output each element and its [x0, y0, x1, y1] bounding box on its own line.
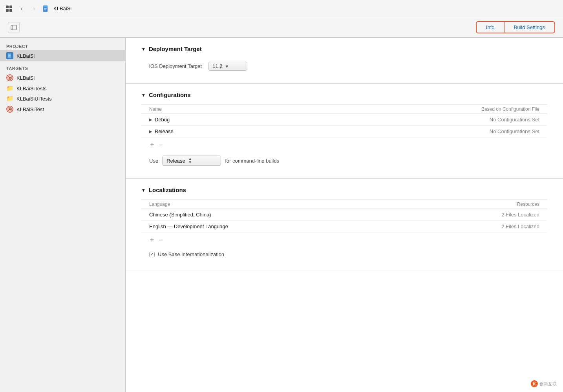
tab-build-settings[interactable]: Build Settings [504, 22, 555, 33]
folder-icon-2: 📁 [6, 95, 13, 102]
config-value-release: No Configurations Set [453, 128, 539, 134]
config-selected-value: Release [166, 158, 185, 164]
deploy-row: iOS Deployment Target 11.2 ▼ [141, 59, 547, 74]
col-value-label: Based on Configuration File [453, 106, 539, 112]
base-internationalization-row: ✓ Use Base Internationalization [141, 247, 547, 261]
watermark-text: 创新互联 [539, 381, 557, 387]
tab-info[interactable]: Info [477, 22, 504, 33]
configurations-section: ▼ Configurations Name Based on Configura… [126, 84, 563, 179]
sidebar-item-target-1[interactable]: 📁 KLBaiSiTests [0, 83, 125, 93]
use-config-row: Use Release ▲ ▼ for command-line builds [141, 152, 547, 169]
forward-button[interactable]: › [30, 4, 38, 13]
watermark-logo: K [531, 380, 538, 387]
col-name-label: Name [149, 106, 453, 112]
config-add-remove-row: + − [141, 137, 547, 152]
folder-icon-1: 📁 [6, 85, 13, 92]
configurations-header: ▼ Configurations [141, 92, 547, 98]
svg-rect-8 [11, 25, 16, 30]
target-icon-0 [6, 74, 13, 81]
svg-rect-1 [9, 5, 12, 8]
base-internationalization-label: Use Base Internationalization [158, 251, 224, 257]
project-section-label: PROJECT [0, 42, 125, 50]
localizations-section: ▼ Localizations Language Resources Chine… [126, 179, 563, 271]
select-arrow-icon: ▼ [225, 64, 229, 69]
inspector-panel-button[interactable] [8, 22, 20, 33]
loc-res-1: 2 Files Localized [469, 223, 539, 229]
tab-group: Info Build Settings [476, 21, 555, 33]
deployment-triangle[interactable]: ▼ [141, 47, 146, 51]
deployment-target-title: Deployment Target [149, 46, 202, 52]
loc-col-res-label: Resources [469, 201, 539, 207]
configurations-triangle[interactable]: ▼ [141, 93, 146, 97]
loc-add-remove-row: + − [141, 233, 547, 247]
config-row-release[interactable]: ▶ Release No Configurations Set [141, 126, 547, 137]
loc-lang-1: English — Development Language [149, 223, 469, 229]
ios-version-value: 11.2 [212, 63, 222, 69]
for-builds-label: for command-line builds [225, 158, 279, 164]
svg-point-16 [9, 77, 11, 79]
toolbar: Info Build Settings [0, 17, 563, 38]
debug-expand-icon: ▶ [149, 117, 152, 122]
loc-col-lang-label: Language [149, 201, 469, 207]
ios-deployment-label: iOS Deployment Target [149, 63, 202, 69]
loc-remove-button[interactable]: − [158, 236, 164, 244]
localizations-title: Localizations [149, 187, 186, 193]
loc-res-0: 2 Files Localized [469, 212, 539, 218]
title-bar: ‹ › KLBaiSi [0, 0, 563, 17]
config-add-button[interactable]: + [149, 141, 155, 148]
sidebar-target-text-3: KLBaiSiTest [16, 106, 44, 112]
loc-table-header: Language Resources [141, 200, 547, 209]
title-bar-title: KLBaiSi [53, 5, 71, 11]
sidebar-item-text-project: KLBaiSi [16, 53, 35, 59]
svg-rect-0 [6, 5, 9, 8]
back-button[interactable]: ‹ [17, 4, 26, 13]
config-name-debug: Debug [155, 117, 453, 123]
project-file-icon [6, 52, 13, 59]
svg-point-19 [9, 108, 11, 110]
svg-rect-5 [43, 5, 48, 7]
loc-row-1[interactable]: English — Development Language 2 Files L… [141, 221, 547, 233]
sidebar-item-target-2[interactable]: 📁 KLBaiSiUITests [0, 93, 125, 104]
sidebar-item-target-3[interactable]: KLBaiSiTest [0, 104, 125, 115]
release-expand-icon: ▶ [149, 129, 152, 134]
config-select[interactable]: Release ▲ ▼ [162, 156, 221, 166]
targets-section-label: TARGETS [0, 64, 125, 72]
deployment-target-header: ▼ Deployment Target [141, 46, 547, 52]
localizations-header: ▼ Localizations [141, 187, 547, 193]
svg-rect-2 [6, 9, 9, 12]
loc-row-0[interactable]: Chinese (Simplified, China) 2 Files Loca… [141, 209, 547, 221]
stepper-arrows-icon: ▲ ▼ [188, 157, 192, 164]
sidebar-target-text-2: KLBaiSiUITests [16, 96, 52, 102]
ios-version-select[interactable]: 11.2 ▼ [208, 62, 247, 71]
config-name-release: Release [155, 128, 453, 134]
target-icon-3 [6, 106, 13, 113]
config-value-debug: No Configurations Set [453, 117, 539, 123]
loc-lang-0: Chinese (Simplified, China) [149, 212, 469, 218]
configurations-title: Configurations [149, 92, 191, 98]
content-area: ▼ Deployment Target iOS Deployment Targe… [126, 38, 563, 392]
loc-add-button[interactable]: + [149, 236, 155, 244]
localizations-triangle[interactable]: ▼ [141, 188, 146, 192]
sidebar: PROJECT KLBaiSi TARGETS KL [0, 38, 126, 392]
deployment-target-section: ▼ Deployment Target iOS Deployment Targe… [126, 38, 563, 84]
sidebar-item-target-0[interactable]: KLBaiSi [0, 72, 125, 83]
watermark: K 创新互联 [531, 380, 557, 387]
config-remove-button[interactable]: − [158, 141, 164, 148]
file-icon [42, 5, 49, 13]
grid-icon[interactable] [5, 4, 13, 13]
svg-rect-3 [9, 9, 12, 12]
sidebar-target-text-0: KLBaiSi [16, 75, 35, 81]
sidebar-target-text-1: KLBaiSiTests [16, 86, 47, 92]
config-row-debug[interactable]: ▶ Debug No Configurations Set [141, 114, 547, 126]
configurations-table-header: Name Based on Configuration File [141, 104, 547, 114]
use-label: Use [149, 158, 158, 164]
sidebar-item-klbaisi-project[interactable]: KLBaiSi [0, 50, 125, 61]
main-layout: PROJECT KLBaiSi TARGETS KL [0, 38, 563, 392]
base-internationalization-checkbox[interactable]: ✓ [149, 252, 155, 257]
